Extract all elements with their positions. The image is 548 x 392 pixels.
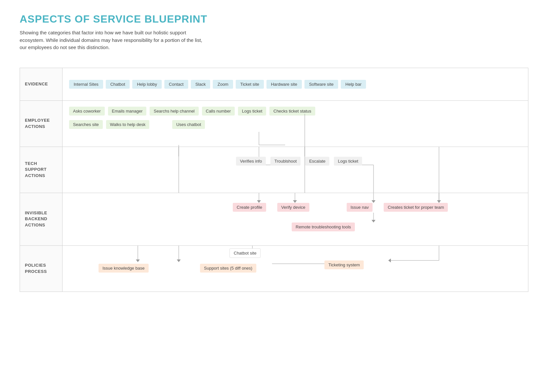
escalate: Escalate	[305, 157, 329, 166]
asks-coworker: Asks coworker	[69, 107, 105, 116]
create-profile: Create profile	[233, 203, 266, 212]
page-title: ASPECTS OF SERVICE BLUEPRINT	[20, 13, 528, 25]
evidence-tag-8: Software site	[304, 80, 338, 89]
troublshoot: Troublshoot	[270, 157, 301, 166]
evidence-content: Internal Sites Chatbot Help lobby Contac…	[63, 68, 528, 100]
checks-ticket-status: Checks ticket status	[269, 107, 315, 116]
employee-content: Asks coworker Emails manager Searchs hel…	[63, 101, 528, 147]
evidence-label: EVIDENCE	[20, 68, 63, 100]
remote-troubleshooting-tools: Remote troubleshooting tools	[292, 223, 355, 231]
evidence-tag-7: Hardware site	[266, 80, 302, 89]
calls-number: Calls number	[202, 107, 235, 116]
svg-marker-25	[177, 259, 181, 262]
tech-content: Verifies info Troublshoot Escalate Logs …	[63, 147, 528, 193]
issue-knowledge-base: Issue knowledge base	[99, 264, 149, 273]
logs-ticket: Logs ticket	[238, 107, 266, 116]
evidence-tag-6: Ticket site	[236, 80, 264, 89]
invisible-label: INVISIBLEBACKENDACTIONS	[20, 193, 63, 245]
evidence-tag-5: Zoom	[213, 80, 233, 89]
tech-label: TECHSUPPORTACTIONS	[20, 147, 63, 193]
evidence-tag-0: Internal Sites	[69, 80, 103, 89]
svg-marker-31	[388, 258, 391, 262]
svg-marker-12	[257, 200, 261, 203]
tech-row: TECHSUPPORTACTIONS Verifies info Troubls…	[20, 147, 528, 193]
verify-device: Verify device	[277, 203, 309, 212]
svg-marker-20	[437, 200, 441, 203]
evidence-tag-3: Contact	[164, 80, 188, 89]
invisible-row: INVISIBLEBACKENDACTIONS	[20, 193, 528, 246]
evidence-tag-1: Chatbot	[106, 80, 130, 89]
evidence-tag-9: Help bar	[341, 80, 366, 89]
support-sites: Support sites (5 diff ones)	[200, 264, 256, 273]
employee-row: EMPLOYEEACTIONS Asks coworker Emails man…	[20, 101, 528, 147]
issue-nav: Issue nav	[347, 203, 373, 212]
svg-marker-18	[372, 220, 375, 223]
tech-lines-svg	[63, 147, 528, 193]
employee-label: EMPLOYEEACTIONS	[20, 101, 63, 147]
svg-marker-23	[136, 259, 140, 262]
invisible-content: Create profile Verify device Issue nav C…	[63, 193, 528, 245]
invisible-lines-svg	[63, 193, 528, 245]
verifies-info: Verifies info	[236, 157, 266, 166]
policies-content: Chatbot site Issue knowledge base Suppor…	[63, 246, 528, 292]
searches-site: Searches site	[69, 120, 103, 129]
uses-chatbot: Uses chatbot	[172, 120, 205, 129]
chatbot-site: Chatbot site	[229, 248, 261, 258]
ticketing-system: Ticketing system	[324, 260, 364, 269]
page-subtitle: Showing the categories that factor into …	[20, 29, 210, 51]
creates-ticket-proper-team: Creates ticket for proper team	[384, 203, 448, 212]
searchs-help-channel: Searchs help channel	[150, 107, 198, 116]
evidence-tag-4: Slack	[191, 80, 210, 89]
evidence-tag-2: Help lobby	[132, 80, 161, 89]
policies-row: POLICIESPROCESS Chatbo	[20, 246, 528, 292]
blueprint-diagram: EVIDENCE Internal Sites Chatbot Help lob…	[20, 68, 528, 292]
logs-ticket-tech: Logs ticket	[334, 157, 362, 166]
policies-label: POLICIESPROCESS	[20, 246, 63, 292]
emails-manager: Emails manager	[108, 107, 147, 116]
svg-marker-16	[372, 200, 375, 203]
evidence-row: EVIDENCE Internal Sites Chatbot Help lob…	[20, 68, 528, 101]
svg-marker-14	[293, 200, 297, 203]
walks-to-help-desk: Walks to help desk	[106, 120, 150, 129]
